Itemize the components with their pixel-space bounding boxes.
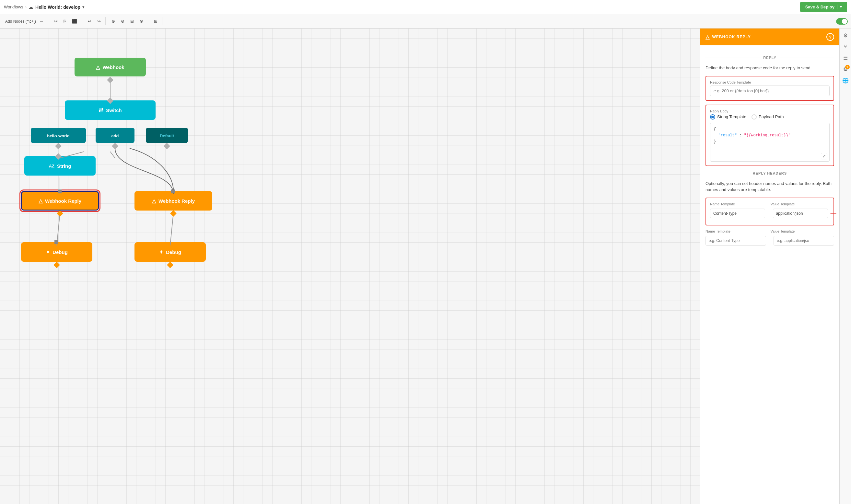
hello-world-label: hello-world: [47, 133, 69, 138]
response-code-label: Response Code Template: [710, 80, 830, 84]
expand-editor-button[interactable]: ⤢: [821, 153, 827, 159]
save-deploy-dropdown[interactable]: ▾: [837, 5, 842, 9]
redo-button[interactable]: ↪: [95, 17, 103, 25]
webhook-reply-2-in-connector: [171, 190, 175, 193]
value-template-label-2: Value Template: [770, 229, 824, 233]
code-line-1: {: [714, 126, 826, 132]
zoom-in-button[interactable]: ⊕: [109, 17, 118, 25]
breadcrumb-separator: ›: [25, 4, 26, 10]
arrow-button[interactable]: →: [37, 17, 46, 25]
debug-1-icon: ✦: [46, 249, 50, 255]
zoom-search-button[interactable]: ⊗: [137, 17, 146, 25]
radio-group: String Template Payload Path: [710, 114, 830, 120]
history-group: ↩ ↪: [83, 17, 106, 25]
add-nodes-label[interactable]: Add Nodes (⌥+[): [5, 19, 36, 24]
radio-string-option[interactable]: String Template: [710, 114, 746, 120]
hello-world-out-connector: [55, 143, 61, 149]
webhook-node[interactable]: △ Webhook: [74, 58, 146, 76]
value-placeholder-input[interactable]: [774, 236, 834, 246]
response-code-section: Response Code Template: [706, 76, 834, 101]
webhook-out-connector: [107, 77, 113, 83]
webhook-reply-1-node[interactable]: △ Webhook Reply: [21, 191, 99, 211]
string-icon: AZ: [49, 164, 54, 168]
webhook-reply-2-out-connector: [170, 210, 177, 217]
header-1-row: = —: [710, 209, 830, 218]
layers-sidebar-icon[interactable]: ☰: [843, 55, 848, 61]
debug-1-node[interactable]: ✦ Debug: [21, 242, 92, 262]
paste-button[interactable]: ⬛: [69, 17, 80, 25]
delete-header-1-button[interactable]: —: [831, 210, 836, 217]
header-1-value-input[interactable]: [773, 209, 828, 218]
default-node[interactable]: Default: [146, 128, 188, 143]
debug-2-label: Debug: [166, 249, 181, 255]
add-node[interactable]: add: [95, 128, 135, 143]
value-template-label: Value Template: [770, 202, 819, 206]
debug-1-label: Debug: [53, 249, 68, 255]
reply-body-label: Reply Body: [710, 109, 830, 113]
reply-headers-description: Optionally, you can set header names and…: [706, 180, 834, 193]
code-editor[interactable]: { "result" : "{{working.result}}" } ⤢: [710, 123, 830, 162]
zoom-out-button[interactable]: ⊖: [118, 17, 127, 25]
toolbar: Add Nodes (⌥+[) → ✂ ⎘ ⬛ ↩ ↪ ⊕ ⊖ ⊞ ⊗ ⊞: [0, 14, 851, 29]
grid-button[interactable]: ⊞: [151, 17, 160, 25]
breadcrumb-workflows[interactable]: Workflows: [4, 4, 23, 10]
panel-header: △ WEBHOOK REPLY ?: [700, 29, 839, 46]
webhook-reply-1-icon: △: [39, 198, 42, 204]
add-out-connector: [112, 143, 118, 149]
right-sidebar: ⚙ ⑂ ☰ ⚙ 1 🌐: [839, 29, 851, 504]
switch-label: Switch: [106, 108, 122, 113]
hello-world-node[interactable]: hello-world: [31, 128, 86, 143]
radio-payload-circle: [751, 114, 757, 120]
reply-headers-label: REPLY HEADERS: [753, 172, 787, 175]
panel-header-left: △ WEBHOOK REPLY: [706, 34, 751, 40]
save-deploy-button[interactable]: Save & Deploy ▾: [800, 2, 847, 12]
toggle-switch[interactable]: [836, 18, 848, 24]
code-line-3: }: [714, 139, 826, 145]
right-panel: △ WEBHOOK REPLY ? REPLY Define the body …: [700, 29, 839, 504]
radio-payload-option[interactable]: Payload Path: [751, 114, 784, 120]
default-out-connector: [164, 143, 170, 149]
toggle-knob: [842, 19, 847, 24]
webhook-label: Webhook: [102, 65, 124, 70]
placeholder-header-row: =: [706, 236, 834, 246]
cut-button[interactable]: ✂: [52, 17, 60, 25]
connections-svg: [0, 29, 700, 504]
webhook-reply-2-label: Webhook Reply: [158, 198, 195, 204]
radio-string-label: String Template: [717, 114, 746, 119]
save-deploy-label: Save & Deploy: [805, 4, 837, 10]
tune-badge: 1: [845, 65, 850, 69]
settings-sidebar-icon[interactable]: ⚙: [843, 32, 848, 38]
title-dropdown-arrow[interactable]: ▾: [82, 4, 85, 10]
debug-2-icon: ✦: [159, 249, 163, 255]
grid-group: ⊞: [149, 17, 162, 25]
reply-body-section: Reply Body String Template Payload Path …: [706, 105, 834, 166]
name-placeholder-input[interactable]: [706, 236, 766, 246]
copy-button[interactable]: ⎘: [61, 17, 69, 25]
header-2-group: Name Template Value Template =: [706, 229, 834, 246]
string-node[interactable]: AZ String: [24, 156, 95, 176]
debug-2-node[interactable]: ✦ Debug: [135, 242, 206, 262]
edit-group: ✂ ⎘ ⬛: [50, 17, 82, 25]
workflow-canvas[interactable]: △ Webhook ⇄ Switch hello-world add Defau…: [0, 29, 700, 504]
undo-button[interactable]: ↩: [85, 17, 94, 25]
panel-content: REPLY Define the body and response code …: [700, 46, 839, 504]
code-key: "result": [718, 133, 737, 138]
link-sidebar-icon[interactable]: ⑂: [844, 44, 847, 50]
radio-payload-label: Payload Path: [759, 114, 784, 119]
radio-string-circle: [710, 114, 715, 120]
tune-sidebar-icon[interactable]: ⚙ 1: [843, 66, 848, 72]
header-1-name-input[interactable]: [710, 209, 765, 218]
response-code-input[interactable]: [710, 86, 830, 96]
panel-help-button[interactable]: ?: [827, 33, 834, 41]
globe-sidebar-icon[interactable]: 🌐: [842, 77, 849, 84]
reply-section-label: REPLY: [763, 56, 777, 59]
switch-icon: ⇄: [99, 107, 103, 114]
webhook-reply-1-in-connector: [58, 190, 61, 193]
panel-header-icon: △: [706, 34, 710, 40]
headers-label-row: Name Template Value Template: [710, 202, 830, 206]
headers-placeholder-label-row: Name Template Value Template: [706, 229, 834, 233]
code-line-2: "result" : "{{working.result}}": [714, 132, 826, 139]
zoom-group: ⊕ ⊖ ⊞ ⊗: [107, 17, 148, 25]
zoom-fit-button[interactable]: ⊞: [128, 17, 137, 25]
webhook-reply-2-node[interactable]: △ Webhook Reply: [135, 191, 212, 211]
